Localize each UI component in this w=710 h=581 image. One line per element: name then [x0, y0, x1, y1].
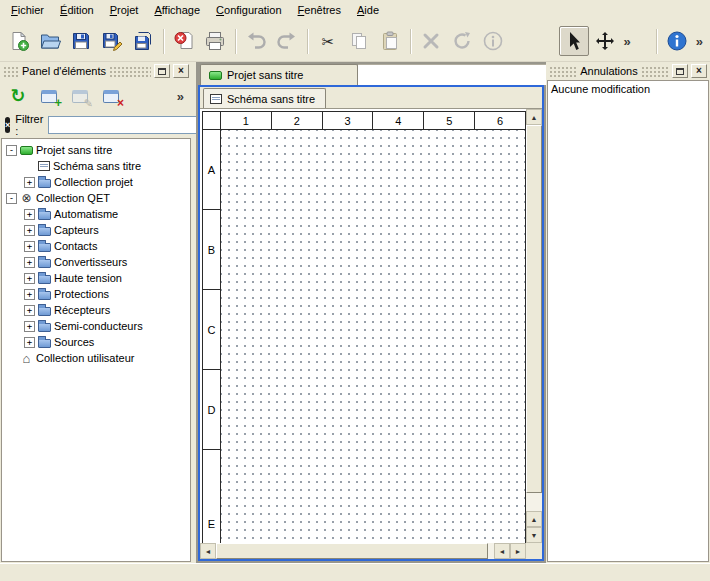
scroll-down-button[interactable]: ▼	[526, 527, 542, 543]
rotate-button[interactable]	[447, 26, 477, 56]
tree-item-sources[interactable]: + Sources	[2, 334, 190, 350]
expander-icon[interactable]: -	[6, 193, 17, 204]
scroll-left-button-right[interactable]: ◄	[494, 543, 510, 559]
copy-button[interactable]	[344, 26, 374, 56]
panel-overflow-chevron[interactable]: »	[174, 89, 187, 104]
tree-item-capteurs[interactable]: + Capteurs	[2, 222, 190, 238]
schema-tab-label: Schéma sans titre	[227, 93, 315, 105]
tree-item-contacts[interactable]: + Contacts	[2, 238, 190, 254]
menu-fenetres[interactable]: Fenêtres	[290, 0, 349, 21]
about-qet-button[interactable]	[662, 26, 692, 56]
save-all-button[interactable]	[128, 26, 158, 56]
float-panel-button[interactable]	[154, 64, 170, 78]
delete-button[interactable]	[416, 26, 446, 56]
tree-item-recepteurs[interactable]: + Récepteurs	[2, 302, 190, 318]
info-blue-icon	[666, 30, 688, 52]
menu-aide[interactable]: Aide	[349, 0, 387, 21]
vertical-scrollbar[interactable]: ▲ ▲ ▼	[526, 109, 542, 543]
tree-item-haute-tension[interactable]: + Haute tension	[2, 270, 190, 286]
tree-item-collection-projet[interactable]: + Collection projet	[2, 174, 190, 190]
expander-icon[interactable]: +	[24, 337, 35, 348]
dock-grip[interactable]	[3, 66, 19, 77]
select-tool-button[interactable]	[559, 26, 589, 56]
menu-edition[interactable]: Édition	[52, 0, 102, 21]
tree-item-automatisme[interactable]: + Automatisme	[2, 206, 190, 222]
scroll-up-button[interactable]: ▲	[526, 109, 542, 125]
menu-configuration[interactable]: Configuration	[208, 0, 289, 21]
menu-affichage[interactable]: Affichage	[146, 0, 208, 21]
expander-icon[interactable]: +	[24, 273, 35, 284]
folder-icon	[38, 227, 51, 236]
tree-item-semi-conducteurs[interactable]: + Semi-conducteurs	[2, 318, 190, 334]
dock-grip[interactable]	[641, 66, 669, 77]
scroll-left-button[interactable]: ◄	[200, 543, 216, 559]
tree-item-project[interactable]: - Projet sans titre	[2, 142, 190, 158]
project-window: Schéma sans titre 1 2 3 4 5 6	[198, 85, 544, 561]
save-as-button[interactable]	[97, 26, 127, 56]
expander-icon[interactable]: +	[24, 321, 35, 332]
close-file-button[interactable]	[169, 26, 199, 56]
scroll-track[interactable]	[526, 493, 542, 511]
expander-icon[interactable]: +	[24, 257, 35, 268]
new-document-button[interactable]	[4, 26, 34, 56]
open-project-button[interactable]	[35, 26, 65, 56]
print-button[interactable]	[200, 26, 230, 56]
scroll-right-button[interactable]: ►	[510, 543, 526, 559]
float-panel-button[interactable]	[672, 64, 688, 78]
save-button[interactable]	[66, 26, 96, 56]
cut-icon: ✂	[322, 34, 335, 49]
tree-item-convertisseurs[interactable]: + Convertisseurs	[2, 254, 190, 270]
move-tool-button[interactable]	[590, 26, 620, 56]
schema-tab[interactable]: Schéma sans titre	[203, 88, 326, 108]
reload-collections-button[interactable]: ↻	[5, 84, 31, 108]
menu-fichier[interactable]: Fichier	[3, 0, 52, 21]
expander-icon[interactable]: +	[24, 289, 35, 300]
project-tab[interactable]: Projet sans titre	[200, 64, 358, 85]
scroll-up-button-bottom[interactable]: ▲	[526, 511, 542, 527]
expander-icon[interactable]: -	[6, 145, 17, 156]
edit-element-button[interactable]: ✎	[67, 84, 93, 108]
clear-filter-button[interactable]: ×	[5, 117, 10, 133]
diagram-grid-canvas[interactable]	[221, 130, 525, 543]
menu-projet[interactable]: Projet	[102, 0, 147, 21]
sheet-corner	[203, 112, 221, 129]
tree-item-label: Collection projet	[54, 176, 133, 188]
new-element-button[interactable]: +	[36, 84, 62, 108]
expander-icon[interactable]: +	[24, 177, 35, 188]
close-panel-button[interactable]: ×	[691, 64, 707, 78]
expander-icon[interactable]: +	[24, 225, 35, 236]
editor-bottom: ◄ ◄ ►	[200, 543, 542, 559]
toolbar-overflow-chevron-2[interactable]: »	[693, 34, 706, 49]
elements-panel-header: Panel d'éléments ×	[0, 62, 192, 80]
toolbar-separator	[410, 29, 411, 54]
edit-element-icon: ✎	[72, 90, 88, 103]
tree-item-collection-qet[interactable]: - Collection QET	[2, 190, 190, 206]
project-icon	[20, 146, 33, 155]
expander-icon[interactable]: +	[24, 241, 35, 252]
undo-panel: Annulations × Aucune modification	[546, 62, 710, 563]
expander-icon[interactable]: +	[24, 209, 35, 220]
horizontal-scrollbar[interactable]: ◄ ◄ ►	[200, 543, 526, 559]
new-element-icon: +	[41, 90, 57, 103]
tree-item-protections[interactable]: + Protections	[2, 286, 190, 302]
toolbar-overflow-chevron[interactable]: »	[621, 34, 634, 49]
filter-input[interactable]	[48, 116, 198, 134]
delete-element-button[interactable]: ×	[98, 84, 124, 108]
horizontal-scroll-thumb[interactable]	[216, 543, 488, 559]
cut-button[interactable]: ✂	[313, 26, 343, 56]
tree-item-schema[interactable]: Schéma sans titre	[2, 158, 190, 174]
dock-grip[interactable]	[109, 66, 151, 77]
expander-icon[interactable]: +	[24, 305, 35, 316]
tree-item-label: Convertisseurs	[54, 256, 127, 268]
vertical-scroll-thumb[interactable]	[526, 125, 542, 493]
delete-icon	[420, 30, 442, 52]
main-toolbar: ✂	[0, 21, 710, 62]
undo-button[interactable]	[241, 26, 271, 56]
diagram-viewport[interactable]: 1 2 3 4 5 6 A B C D	[200, 109, 526, 543]
tree-item-collection-utilisateur[interactable]: Collection utilisateur	[2, 350, 190, 366]
close-panel-button[interactable]: ×	[173, 64, 189, 78]
dock-grip[interactable]	[549, 66, 577, 77]
element-info-button[interactable]	[478, 26, 508, 56]
paste-button[interactable]	[375, 26, 405, 56]
redo-button[interactable]	[272, 26, 302, 56]
